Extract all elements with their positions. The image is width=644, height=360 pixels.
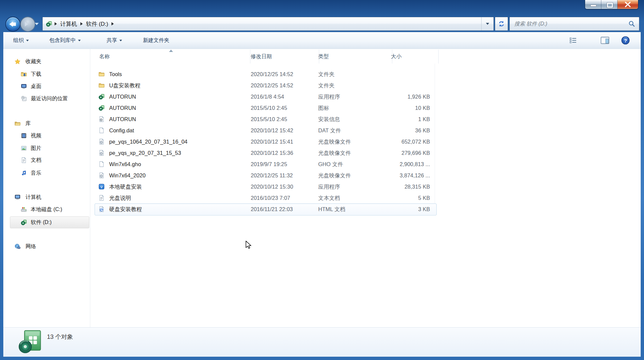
minimize-button[interactable]: [585, 0, 601, 9]
table-row[interactable]: Win7x64.gho2019/9/7 19:25GHO 文件2,900,813…: [90, 158, 454, 170]
table-row[interactable]: U盘安装教程2020/12/25 14:52文件夹: [90, 80, 454, 91]
file-size: 3,874,126 ...: [387, 170, 430, 181]
table-row[interactable]: pe_yqs_1064_20_07_31_16_042020/10/12 15:…: [90, 136, 454, 147]
file-date: 2016/1/8 4:54: [251, 91, 284, 102]
breadcrumb-item-computer[interactable]: 计算机: [58, 18, 80, 29]
share-button[interactable]: 共享: [107, 32, 122, 49]
file-date: 2015/5/10 2:45: [251, 113, 287, 125]
organize-button[interactable]: 组织: [13, 32, 29, 49]
sidebar-item-drive-c[interactable]: 本地磁盘 (C:): [3, 204, 90, 215]
file-type: HTML 文档: [318, 203, 345, 215]
breadcrumb-item-drive-d[interactable]: 软件 (D:): [83, 18, 111, 29]
breadcrumb-arrow-icon[interactable]: [111, 22, 114, 25]
drive-green-icon: [99, 94, 105, 100]
sidebar-item-videos[interactable]: 视频: [3, 130, 90, 141]
sidebar-item-favorites[interactable]: 收藏夹: [3, 56, 90, 67]
computer-icon: [15, 194, 21, 200]
file-name: AUTORUN: [109, 91, 136, 102]
table-row[interactable]: Tools2020/12/25 14:52文件夹: [90, 68, 454, 80]
network-icon: [15, 244, 21, 249]
file-type: 图标: [318, 102, 329, 113]
navigation-pane: 收藏夹 下载 桌面 最近访问的位置 库 视频 图片 文档 音乐 计算机 本地磁盘…: [3, 49, 90, 328]
sidebar-item-label: 图片: [31, 145, 41, 152]
sidebar-item-music[interactable]: 音乐: [3, 167, 90, 179]
column-label: 类型: [318, 53, 329, 60]
maximize-button[interactable]: [601, 0, 618, 9]
table-row[interactable]: Win7x64_20202020/12/25 11:32光盘映像文件3,874,…: [90, 170, 454, 181]
address-dropdown-button[interactable]: [481, 17, 494, 30]
column-header-size[interactable]: 大小: [387, 50, 439, 64]
organize-label: 组织: [13, 37, 24, 44]
table-row[interactable]: 本地硬盘安装2020/10/12 15:30应用程序28,315 KB: [90, 181, 454, 192]
drive-green-icon: [99, 105, 105, 111]
chevron-down-icon: [26, 40, 29, 41]
file-icon: [99, 127, 105, 133]
table-row[interactable]: AUTORUN2015/5/10 2:45图标10 KB: [90, 102, 454, 113]
file-name: 硬盘安装教程: [109, 203, 142, 215]
table-row[interactable]: AUTORUN2015/5/10 2:45安装信息1 KB: [90, 113, 454, 125]
sidebar-item-label: 最近访问的位置: [31, 95, 68, 102]
sidebar-item-recent-places[interactable]: 最近访问的位置: [3, 93, 90, 104]
file-type: 应用程序: [318, 91, 340, 102]
column-label: 大小: [391, 53, 402, 60]
file-size: 28,315 KB: [387, 181, 430, 192]
sidebar-item-documents[interactable]: 文档: [3, 155, 90, 166]
table-row[interactable]: AUTORUN2016/1/8 4:54应用程序1,926 KB: [90, 91, 454, 102]
breadcrumb-arrow-icon[interactable]: [55, 22, 57, 25]
sidebar-item-libraries[interactable]: 库: [3, 118, 90, 129]
file-type: 文件夹: [318, 80, 335, 91]
file-date: 2015/5/10 2:45: [251, 102, 287, 113]
column-header-date[interactable]: 修改日期: [245, 50, 319, 64]
recent-pages-dropdown[interactable]: [35, 23, 39, 25]
sidebar-item-network[interactable]: 网络: [3, 241, 90, 252]
file-type: 光盘映像文件: [318, 147, 351, 158]
search-box[interactable]: 搜索 软件 (D:): [509, 17, 639, 31]
monitor-icon: [21, 83, 27, 89]
back-icon: [9, 22, 13, 27]
change-view-button[interactable]: [570, 32, 578, 49]
file-name: Win7x64_2020: [109, 170, 146, 181]
file-name: Config.dat: [109, 125, 134, 136]
column-label: 名称: [99, 53, 110, 60]
new-folder-button[interactable]: 新建文件夹: [143, 32, 169, 49]
help-button[interactable]: [621, 32, 630, 49]
file-date: 2020/10/12 15:30: [251, 181, 293, 192]
film-icon: [21, 133, 27, 139]
include-in-library-label: 包含到库中: [49, 37, 76, 44]
column-header-type[interactable]: 类型: [314, 50, 392, 64]
file-date: 2020/12/25 14:52: [251, 80, 293, 91]
file-name: Tools: [109, 68, 122, 80]
sidebar-item-downloads[interactable]: 下载: [3, 68, 90, 80]
back-button[interactable]: [5, 17, 21, 32]
chevron-down-icon: [119, 40, 122, 41]
sidebar-item-label: 本地磁盘 (C:): [31, 206, 62, 213]
file-type: 光盘映像文件: [318, 136, 351, 147]
sidebar-item-drive-d[interactable]: 软件 (D:): [3, 217, 90, 228]
include-in-library-button[interactable]: 包含到库中: [49, 32, 81, 49]
file-size: 1 KB: [387, 113, 430, 125]
explorer-window: 计算机 软件 (D:) 搜索 软件 (D:) 组织 包含到库中 共享 新建文件夹…: [0, 0, 644, 360]
drive-c-icon: [21, 206, 27, 212]
address-bar[interactable]: 计算机 软件 (D:): [42, 17, 494, 31]
file-name: U盘安装教程: [109, 80, 140, 91]
details-pane: 13 个对象: [3, 327, 641, 357]
refresh-button[interactable]: [495, 17, 508, 31]
column-header-name[interactable]: 名称: [95, 50, 250, 64]
file-type: 应用程序: [318, 181, 340, 192]
forward-button[interactable]: [20, 17, 35, 32]
breadcrumb-arrow-icon[interactable]: [80, 22, 83, 25]
file-name: 光盘说明: [109, 192, 131, 203]
table-row-selected[interactable]: 硬盘安装教程2016/11/21 22:03HTML 文档3 KB: [90, 203, 454, 215]
preview-pane-button[interactable]: [601, 32, 609, 49]
preview-pane-icon: [601, 37, 609, 44]
file-date: 2020/10/12 15:42: [251, 125, 293, 136]
sidebar-item-pictures[interactable]: 图片: [3, 143, 90, 154]
sidebar-item-computer[interactable]: 计算机: [3, 192, 90, 203]
new-folder-label: 新建文件夹: [143, 37, 169, 44]
table-row[interactable]: 光盘说明2016/10/23 7:07文本文档5 KB: [90, 192, 454, 203]
close-button[interactable]: [618, 0, 638, 9]
table-row[interactable]: pe_yqs_xp_20_07_31_15_532020/10/12 15:36…: [90, 147, 454, 158]
table-row[interactable]: Config.dat2020/10/12 15:42DAT 文件36 KB: [90, 125, 454, 136]
sidebar-item-desktop[interactable]: 桌面: [3, 81, 90, 92]
file-date: 2020/12/25 14:52: [251, 68, 293, 80]
